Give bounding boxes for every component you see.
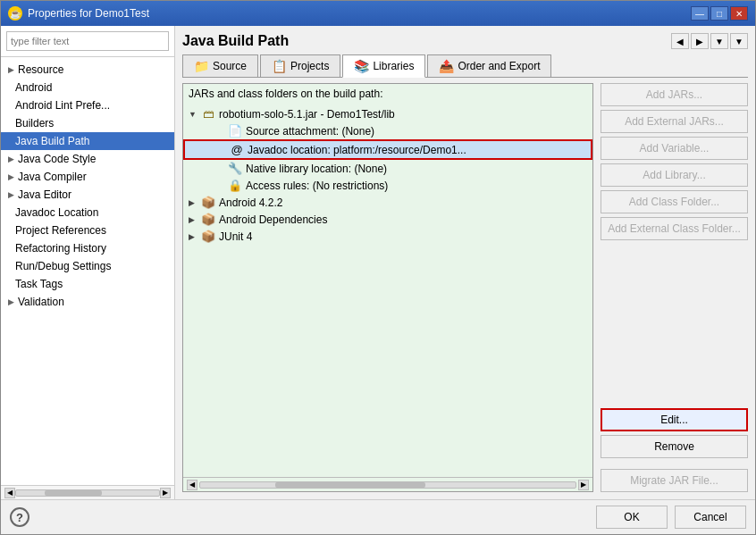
sidebar-item-label: Resource: [18, 63, 63, 76]
panel-header: Java Build Path ◀ ▶ ▼ ▼: [182, 33, 748, 49]
sidebar-item-project-references[interactable]: Project References: [1, 222, 174, 239]
tree-item-label: Access rules: (No restrictions): [246, 180, 388, 192]
tab-projects-label: Projects: [290, 60, 329, 72]
sidebar-item-resource[interactable]: ▶ Resource: [1, 61, 174, 79]
bottom-bar: ? OK Cancel: [1, 499, 755, 534]
nav-dropdown-button[interactable]: ▼: [710, 33, 728, 49]
arrow-icon: ▶: [8, 65, 14, 74]
filter-box: [1, 26, 174, 57]
close-button[interactable]: ✕: [730, 6, 748, 21]
android-icon: 📦: [201, 196, 215, 209]
tree-item-javadoc-location[interactable]: @ Javadoc location: platform:/resource/D…: [183, 139, 592, 160]
nav-forward-button[interactable]: ▶: [691, 33, 709, 49]
remove-button[interactable]: Remove: [601, 435, 748, 458]
native-icon: 🔧: [228, 162, 242, 175]
content-area: JARs and class folders on the build path…: [182, 83, 748, 492]
sidebar-item-javadoc-location[interactable]: Javadoc Location: [1, 204, 174, 222]
title-buttons: — □ ✕: [691, 6, 748, 21]
sidebar-item-java-build-path[interactable]: Java Build Path: [1, 132, 174, 150]
edit-button[interactable]: Edit...: [601, 408, 748, 431]
title-bar: ☕ Properties for Demo1Test — □ ✕: [1, 1, 755, 26]
window-icon: ☕: [8, 6, 22, 21]
tree-item-label: Android 4.2.2: [219, 196, 282, 209]
tabs-bar: 📁 Source 📋 Projects 📚 Libraries 📤 Order …: [182, 54, 748, 78]
tree-expand-icon: ▶: [189, 232, 197, 241]
cancel-button[interactable]: Cancel: [675, 506, 746, 529]
tree-item-android-422[interactable]: ▶ 📦 Android 4.2.2: [183, 194, 592, 211]
button-spacer: [601, 244, 748, 405]
tab-order-label: Order and Export: [458, 60, 540, 72]
migrate-jar-button[interactable]: Migrate JAR File...: [601, 469, 748, 492]
add-external-class-folder-button[interactable]: Add External Class Folder...: [601, 217, 748, 240]
window-body: ▶ Resource Android Android Lint Prefe...…: [1, 26, 755, 534]
filter-input[interactable]: [6, 31, 169, 51]
sidebar-item-java-editor[interactable]: ▶ Java Editor: [1, 186, 174, 204]
tree-item-label: JUnit 4: [219, 230, 252, 243]
add-library-button[interactable]: Add Library...: [601, 163, 748, 187]
tab-source[interactable]: 📁 Source: [182, 54, 258, 77]
tree-item-label: robotium-solo-5.1.jar - Demo1Test/lib: [219, 108, 395, 121]
arrow-icon: ▶: [8, 172, 14, 181]
help-button[interactable]: ?: [10, 507, 29, 527]
sidebar-item-label: Run/Debug Settings: [15, 260, 111, 272]
sidebar-scrollbar-container: ◀ ▶: [1, 485, 174, 499]
tree-scroll-right[interactable]: ▶: [578, 480, 589, 490]
arrow-icon: ▶: [8, 297, 14, 306]
minimize-button[interactable]: —: [691, 6, 709, 21]
sidebar-item-validation[interactable]: ▶ Validation: [1, 293, 174, 311]
tree-item-label: Android Dependencies: [219, 213, 327, 226]
tree-content[interactable]: ▼ 🗃 robotium-solo-5.1.jar - Demo1Test/li…: [183, 104, 592, 477]
tree-item-robotium-jar[interactable]: ▼ 🗃 robotium-solo-5.1.jar - Demo1Test/li…: [183, 105, 592, 122]
sidebar-item-builders[interactable]: Builders: [1, 114, 174, 132]
source-tab-icon: 📁: [194, 59, 209, 73]
window-title: Properties for Demo1Test: [28, 7, 149, 20]
spacer: [217, 146, 226, 155]
sidebar-item-label: Project References: [15, 224, 106, 237]
tree-item-android-dependencies[interactable]: ▶ 📦 Android Dependencies: [183, 211, 592, 228]
tree-item-label: Javadoc location: platform:/resource/Dem…: [248, 144, 466, 156]
at-icon: @: [230, 143, 244, 156]
sidebar-item-android-lint[interactable]: Android Lint Prefe...: [1, 96, 174, 114]
add-jars-button[interactable]: Add JARs...: [601, 83, 748, 106]
sidebar-item-run-debug[interactable]: Run/Debug Settings: [1, 257, 174, 275]
sidebar-item-android[interactable]: Android: [1, 79, 174, 96]
sidebar-items: ▶ Resource Android Android Lint Prefe...…: [1, 57, 174, 485]
sidebar-scroll-track[interactable]: [15, 489, 160, 497]
tree-scroll-track[interactable]: [199, 481, 576, 489]
ok-button[interactable]: OK: [596, 506, 668, 529]
spacer: [215, 127, 224, 136]
tree-item-source-attachment[interactable]: 📄 Source attachment: (None): [183, 122, 592, 139]
tab-source-label: Source: [213, 60, 247, 72]
nav-back-button[interactable]: ◀: [671, 33, 689, 49]
nav-menu-button[interactable]: ▼: [730, 33, 748, 49]
order-tab-icon: 📤: [439, 59, 454, 73]
buttons-panel: Add JARs... Add External JARs... Add Var…: [601, 83, 748, 492]
tree-scroll-left[interactable]: ◀: [187, 480, 197, 490]
tab-order-export[interactable]: 📤 Order and Export: [427, 54, 551, 77]
tab-projects[interactable]: 📋 Projects: [260, 54, 340, 77]
spacer: [215, 181, 224, 190]
jar-icon: 🗃: [201, 107, 215, 121]
scroll-right-button[interactable]: ▶: [160, 488, 171, 498]
tree-item-native-library[interactable]: 🔧 Native library location: (None): [183, 160, 592, 177]
add-variable-button[interactable]: Add Variable...: [601, 137, 748, 160]
tree-description: JARs and class folders on the build path…: [183, 84, 592, 104]
panel-nav-buttons: ◀ ▶ ▼ ▼: [671, 33, 748, 49]
add-class-folder-button[interactable]: Add Class Folder...: [601, 190, 748, 213]
maximize-button[interactable]: □: [710, 6, 728, 21]
sidebar-item-label: Android: [15, 81, 52, 94]
tree-item-junit4[interactable]: ▶ 📦 JUnit 4: [183, 228, 592, 245]
sidebar-item-task-tags[interactable]: Task Tags: [1, 275, 174, 293]
tab-libraries[interactable]: 📚 Libraries: [342, 54, 425, 78]
sidebar-item-java-compiler[interactable]: ▶ Java Compiler: [1, 168, 174, 186]
sidebar-item-java-code-style[interactable]: ▶ Java Code Style: [1, 150, 174, 168]
spacer: [215, 164, 224, 173]
scroll-left-button[interactable]: ◀: [4, 488, 15, 498]
add-external-jars-button[interactable]: Add External JARs...: [601, 110, 748, 133]
sidebar-item-refactoring-history[interactable]: Refactoring History: [1, 239, 174, 257]
tree-item-access-rules[interactable]: 🔒 Access rules: (No restrictions): [183, 177, 592, 194]
bottom-buttons: OK Cancel: [596, 506, 746, 529]
tree-expand-icon: ▶: [189, 215, 197, 224]
tree-item-label: Source attachment: (None): [246, 125, 374, 138]
title-bar-left: ☕ Properties for Demo1Test: [8, 6, 149, 21]
